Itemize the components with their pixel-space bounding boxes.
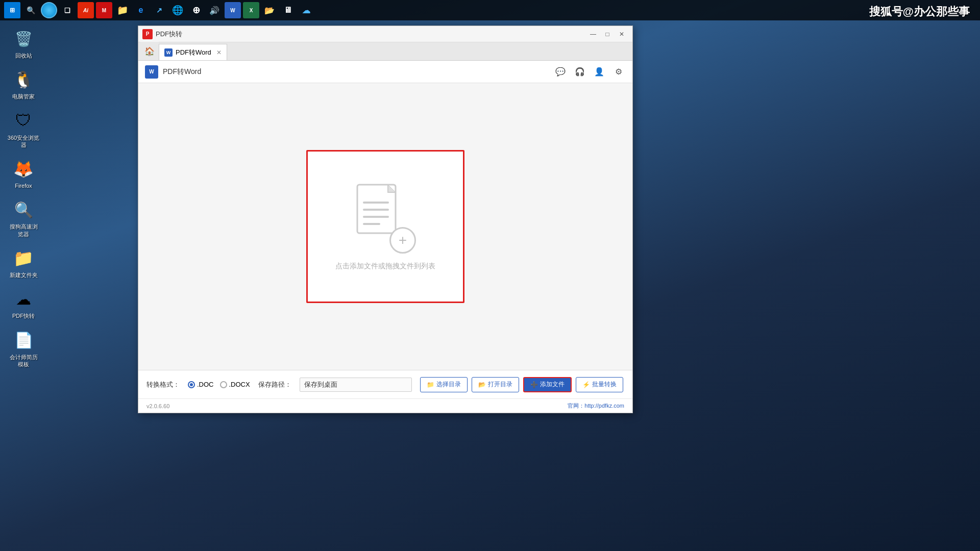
batch-convert-label: 批量转换 bbox=[592, 380, 617, 389]
open-folder-icon: 📂 bbox=[478, 381, 486, 388]
website-prefix: 官网： bbox=[568, 403, 584, 409]
tab-label: PDF转Word bbox=[176, 48, 211, 57]
taskbar-audio[interactable]: 🔊 bbox=[206, 2, 223, 18]
pdf-quick-icon: ☁ bbox=[12, 288, 35, 310]
drop-zone-icon: + bbox=[355, 182, 416, 254]
radio-docx[interactable]: .DOCX bbox=[220, 381, 250, 388]
open-dir-label: 打开目录 bbox=[488, 380, 512, 389]
window-title: PDF快转 bbox=[156, 30, 182, 39]
window-controls: — □ ✕ bbox=[586, 29, 628, 40]
desktop-icon-list: 🗑️ 回收站 🐧 电脑管家 🛡 360安全浏览器 🦊 Firefox 🔍 搜狗高… bbox=[5, 26, 42, 370]
website-link[interactable]: 官网：http://pdfkz.com bbox=[568, 402, 624, 410]
taskbar-word[interactable]: W bbox=[225, 2, 241, 18]
desktop-icon-sougou[interactable]: 🔍 搜狗高速浏览器 bbox=[5, 196, 42, 240]
new-folder-icon: 📁 bbox=[12, 247, 35, 269]
toolbar-logo: W bbox=[144, 65, 159, 79]
taskbar-folder[interactable]: 📁 bbox=[114, 2, 131, 18]
toolbar-settings-button[interactable]: ⚙ bbox=[611, 64, 626, 80]
toolbar-logo-icon: W bbox=[145, 65, 158, 79]
recycle-bin-icon: 🗑️ bbox=[12, 28, 35, 50]
folder-icon: 📁 bbox=[427, 381, 434, 388]
tab-pdf-to-word[interactable]: W PDF转Word ✕ bbox=[159, 44, 227, 60]
radio-doc[interactable]: .DOC bbox=[188, 381, 214, 388]
convert-icon: ⚡ bbox=[582, 381, 590, 388]
toolbar-user-button[interactable]: 👤 bbox=[592, 64, 607, 80]
desktop-icon-pc-manager[interactable]: 🐧 电脑管家 bbox=[5, 66, 42, 102]
new-folder-label: 新建文件夹 bbox=[10, 271, 38, 279]
desktop-icon-360[interactable]: 🛡 360安全浏览器 bbox=[5, 108, 42, 151]
title-bar: P PDF快转 — □ ✕ bbox=[138, 26, 632, 42]
window-app-icon: P bbox=[142, 29, 153, 39]
restore-button[interactable]: □ bbox=[601, 29, 614, 40]
add-file-button[interactable]: ➕ 添加文件 bbox=[523, 377, 572, 392]
plus-icon: ➕ bbox=[530, 381, 538, 388]
search-button[interactable]: 🔍 bbox=[22, 2, 39, 18]
desktop-icon-new-folder[interactable]: 📁 新建文件夹 bbox=[5, 245, 42, 281]
format-radio-group: .DOC .DOCX bbox=[188, 381, 250, 388]
tab-icon: W bbox=[164, 48, 173, 57]
close-button[interactable]: ✕ bbox=[615, 29, 628, 40]
taskbar-excel[interactable]: X bbox=[243, 2, 259, 18]
pc-manager-icon: 🐧 bbox=[12, 68, 35, 91]
toolbar: W PDF转Word 💬 🎧 👤 ⚙ bbox=[138, 61, 632, 83]
bottom-bar: 转换格式： .DOC .DOCX 保存路径： 保存到桌面 📁 选择目录 📂 打开… bbox=[138, 370, 632, 398]
toolbar-headphone-button[interactable]: 🎧 bbox=[572, 64, 587, 80]
version-text: v2.0.6.60 bbox=[146, 403, 169, 409]
taskbar-ie[interactable]: e bbox=[133, 2, 149, 18]
minimize-button[interactable]: — bbox=[586, 29, 600, 40]
drop-zone-hint: 点击添加文件或拖拽文件到列表 bbox=[335, 262, 435, 271]
start-button[interactable]: ⊞ bbox=[4, 2, 20, 18]
recycle-bin-label: 回收站 bbox=[15, 52, 32, 59]
desktop-icon-pdf-template[interactable]: 📄 会计师简历模板 bbox=[5, 327, 42, 370]
pdf-template-label: 会计师简历模板 bbox=[7, 354, 40, 368]
sougou-icon: 🔍 bbox=[12, 198, 35, 221]
360-icon: 🛡 bbox=[12, 110, 35, 132]
task-view-button[interactable]: ❑ bbox=[59, 2, 76, 18]
app-window: P PDF快转 — □ ✕ 🏠 W PDF转Word ✕ W PDF转Word … bbox=[138, 26, 633, 413]
action-buttons: 📁 选择目录 📂 打开目录 ➕ 添加文件 ⚡ 批量转换 bbox=[420, 377, 623, 392]
radio-docx-label: .DOCX bbox=[229, 381, 250, 388]
save-path-display: 保存到桌面 bbox=[300, 378, 412, 392]
tab-close-button[interactable]: ✕ bbox=[216, 49, 222, 56]
content-area[interactable]: + 点击添加文件或拖拽文件到列表 bbox=[138, 83, 632, 370]
toolbar-title: PDF转Word bbox=[163, 67, 201, 77]
taskbar-arrow[interactable]: ↗ bbox=[151, 2, 167, 18]
radio-doc-label: .DOC bbox=[197, 381, 214, 388]
firefox-label: Firefox bbox=[15, 182, 32, 189]
file-drop-zone[interactable]: + 点击添加文件或拖拽文件到列表 bbox=[306, 150, 464, 303]
taskbar-app7[interactable]: ⊕ bbox=[188, 2, 204, 18]
tab-bar: 🏠 W PDF转Word ✕ bbox=[138, 42, 632, 61]
taskbar-chrome[interactable]: 🌐 bbox=[169, 2, 186, 18]
360-label: 360安全浏览器 bbox=[7, 134, 40, 149]
toolbar-chat-button[interactable]: 💬 bbox=[553, 64, 568, 80]
radio-docx-dot bbox=[220, 381, 227, 388]
taskbar-files[interactable]: 📂 bbox=[261, 2, 278, 18]
cortana-button[interactable] bbox=[41, 2, 57, 18]
pdf-quick-label: PDF快转 bbox=[12, 312, 35, 319]
home-button[interactable]: 🏠 bbox=[140, 42, 159, 60]
status-bar: v2.0.6.60 官网：http://pdfkz.com bbox=[138, 398, 632, 413]
website-url: http://pdfkz.com bbox=[584, 403, 624, 409]
desktop-icon-recycle-bin[interactable]: 🗑️ 回收站 bbox=[5, 26, 42, 61]
format-label: 转换格式： bbox=[146, 380, 180, 389]
taskbar-monitor[interactable]: 🖥 bbox=[280, 2, 296, 18]
watermark: 搜狐号@办公那些事 bbox=[869, 4, 970, 19]
taskbar-ai-icon[interactable]: Ai bbox=[78, 2, 94, 18]
add-file-circle: + bbox=[389, 227, 416, 254]
save-path-label: 保存路径： bbox=[258, 380, 291, 389]
select-dir-button[interactable]: 📁 选择目录 bbox=[420, 377, 468, 392]
radio-doc-dot bbox=[188, 381, 195, 388]
pdf-template-icon: 📄 bbox=[12, 329, 35, 352]
desktop-icon-pdf-quick[interactable]: ☁ PDF快转 bbox=[5, 286, 42, 321]
batch-convert-button[interactable]: ⚡ 批量转换 bbox=[576, 377, 623, 392]
select-dir-label: 选择目录 bbox=[436, 380, 461, 389]
title-bar-left: P PDF快转 bbox=[142, 29, 182, 39]
sougou-label: 搜狗高速浏览器 bbox=[7, 223, 40, 238]
pc-manager-label: 电脑管家 bbox=[12, 93, 35, 100]
add-file-label: 添加文件 bbox=[540, 380, 565, 389]
open-dir-button[interactable]: 📂 打开目录 bbox=[472, 377, 519, 392]
taskbar-cloud[interactable]: ☁ bbox=[298, 2, 314, 18]
desktop-icon-firefox[interactable]: 🦊 Firefox bbox=[5, 156, 42, 191]
taskbar-app2[interactable]: M bbox=[96, 2, 112, 18]
taskbar: ⊞ 🔍 ❑ Ai M 📁 e ↗ 🌐 ⊕ 🔊 W X 📂 🖥 ☁ bbox=[0, 0, 980, 20]
